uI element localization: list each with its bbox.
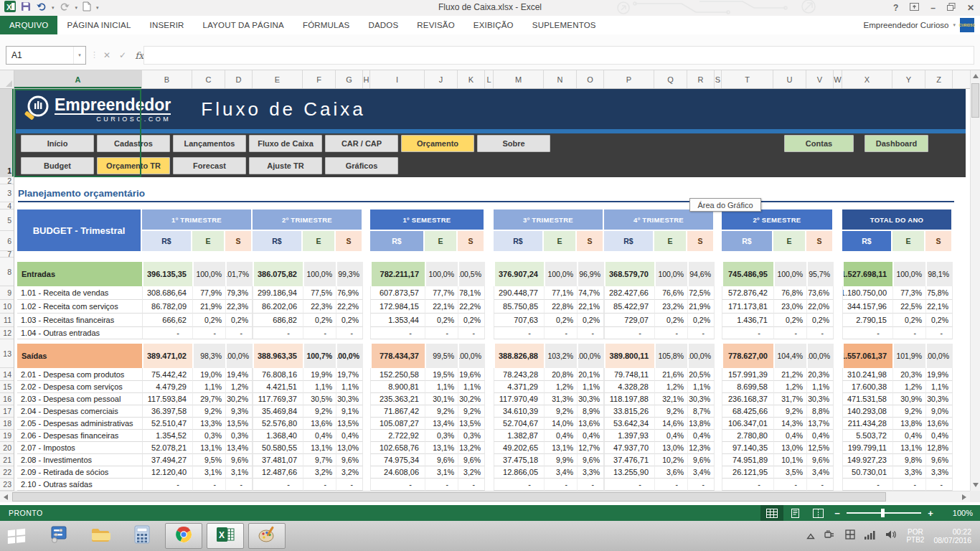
cell-s-pct[interactable]: 101,7% xyxy=(225,262,253,286)
nav-button-fluxo-de-caixa[interactable]: Fluxo de Caixa xyxy=(249,135,322,152)
cell-s-pct[interactable]: 12,7% xyxy=(577,442,604,454)
cell-e-pct[interactable]: - xyxy=(773,327,806,339)
cell-money[interactable]: 37.476,71 xyxy=(604,454,654,466)
cell-s-pct[interactable]: 22,1% xyxy=(577,300,604,314)
row-label[interactable]: 2.04 - Despesas comerciais xyxy=(17,405,142,418)
ribbon-tab-formulas[interactable]: FÓRMULAS xyxy=(293,16,359,34)
column-header-t[interactable]: T xyxy=(722,70,773,88)
volume-icon[interactable] xyxy=(885,529,897,542)
cell-money[interactable]: 17.600,38 xyxy=(842,381,892,393)
cell-money[interactable]: 782.211,17 xyxy=(370,262,425,286)
cell-s-pct[interactable]: 30,3% xyxy=(336,393,363,405)
cell-money[interactable]: 310.241,98 xyxy=(842,368,892,381)
cell-s-pct[interactable]: 19,9% xyxy=(925,368,953,381)
cell-s-pct[interactable]: 22,1% xyxy=(925,300,953,314)
nav-button-forecast[interactable]: Forecast xyxy=(173,157,246,174)
row-label[interactable]: 2.08 - Investimentos xyxy=(17,454,142,466)
cell-s-pct[interactable]: 9,2% xyxy=(458,405,485,418)
cell-s-pct[interactable]: 0,2% xyxy=(925,314,953,327)
cell-s-pct[interactable]: 94,6% xyxy=(687,262,715,286)
row-label[interactable]: 2.06 - Despesas financeiras xyxy=(17,430,142,442)
cell-s-pct[interactable]: 0,2% xyxy=(577,314,604,327)
nav-button-budget[interactable]: Budget xyxy=(21,157,94,174)
cell-e-pct[interactable]: 31,7% xyxy=(773,393,806,405)
cell-s-pct[interactable]: 8,7% xyxy=(687,405,715,418)
cell-money[interactable]: 778.434,37 xyxy=(370,344,425,368)
close-icon[interactable]: ✕ xyxy=(967,3,974,13)
cell-e-pct[interactable]: 21,6% xyxy=(654,368,687,381)
column-header-q[interactable]: Q xyxy=(654,70,687,88)
help-icon[interactable]: ? xyxy=(893,3,898,13)
cell-e-pct[interactable]: 9,9% xyxy=(544,454,577,466)
cell-money[interactable]: 308.686,64 xyxy=(142,286,192,300)
cell-money[interactable]: 5.503,72 xyxy=(842,430,892,442)
vertical-scroll-thumb[interactable] xyxy=(971,83,979,118)
ribbon-tab-exibicao[interactable]: EXIBIÇÃO xyxy=(464,16,523,34)
nav-button-orcamento[interactable]: Orçamento xyxy=(401,135,474,152)
cell-s-pct[interactable]: 9,1% xyxy=(336,405,363,418)
name-box[interactable]: A1 ▾ xyxy=(6,46,86,65)
cell-e-pct[interactable]: 1,1% xyxy=(303,381,336,393)
cell-e-pct[interactable]: 9,2% xyxy=(654,405,687,418)
normal-view-icon[interactable] xyxy=(760,505,783,521)
save-icon[interactable] xyxy=(21,1,31,14)
cell-money[interactable]: 572.876,42 xyxy=(722,286,773,300)
cell-s-pct[interactable]: 100,0% xyxy=(806,344,834,368)
cell-s-pct[interactable]: 8,9% xyxy=(577,405,604,418)
ribbon-tab-pagina-inicial[interactable]: PÁGINA INICIAL xyxy=(57,16,140,34)
cell-s-pct[interactable]: 3,2% xyxy=(458,466,485,479)
cell-money[interactable]: 211.434,28 xyxy=(842,418,892,430)
cell-money[interactable]: 1.382,87 xyxy=(494,430,544,442)
scroll-up-icon[interactable] xyxy=(971,70,980,82)
cell-e-pct[interactable]: 22,1% xyxy=(425,300,458,314)
nav-button-ajuste-tr[interactable]: Ajuste TR xyxy=(249,157,322,174)
column-header-o[interactable]: O xyxy=(577,70,604,88)
nav-button-lancamentos[interactable]: Lançamentos xyxy=(173,135,246,152)
cell-s-pct[interactable]: 75,8% xyxy=(925,286,953,300)
clock[interactable]: 00:22 08/07/2016 xyxy=(933,527,971,545)
cell-e-pct[interactable]: 9,7% xyxy=(303,454,336,466)
cell-money[interactable]: 2.780,80 xyxy=(722,430,773,442)
column-header-g[interactable]: G xyxy=(336,70,363,88)
cell-s-pct[interactable]: - xyxy=(806,479,834,491)
cell-money[interactable]: - xyxy=(370,327,425,339)
cell-money[interactable]: - xyxy=(722,327,773,339)
cell-e-pct[interactable]: 77,1% xyxy=(544,286,577,300)
cell-e-pct[interactable]: - xyxy=(192,479,225,491)
undo-icon[interactable] xyxy=(36,1,47,14)
nav-button-dashboard[interactable]: Dashboard xyxy=(864,135,928,152)
cell-money[interactable]: - xyxy=(142,479,192,491)
column-header-f[interactable]: F xyxy=(303,70,336,88)
scroll-right-icon[interactable] xyxy=(958,491,970,502)
cell-e-pct[interactable]: - xyxy=(425,327,458,339)
taskbar-app-paint[interactable] xyxy=(248,523,286,549)
row-header-21[interactable]: 21 xyxy=(0,454,14,466)
row-header-11[interactable]: 11 xyxy=(0,314,14,327)
cell-s-pct[interactable]: 100,0% xyxy=(225,344,253,368)
cell-e-pct[interactable]: 100,0% xyxy=(192,262,225,286)
cell-s-pct[interactable]: 13,0% xyxy=(336,442,363,454)
ribbon-display-options-icon[interactable] xyxy=(910,3,919,13)
cell-e-pct[interactable]: 100,0% xyxy=(773,262,806,286)
cell-s-pct[interactable]: 1,2% xyxy=(225,381,253,393)
row-header-4[interactable]: 4 xyxy=(0,202,14,209)
cell-s-pct[interactable]: 22,2% xyxy=(336,300,363,314)
cell-e-pct[interactable]: 0,4% xyxy=(892,430,925,442)
cell-money[interactable]: 86.202,06 xyxy=(253,300,303,314)
cell-e-pct[interactable]: 13,0% xyxy=(773,442,806,454)
cell-s-pct[interactable]: 22,3% xyxy=(225,300,253,314)
row-header-13[interactable]: 13 xyxy=(0,339,14,368)
cell-e-pct[interactable]: 76,8% xyxy=(773,286,806,300)
zoom-in-icon[interactable]: + xyxy=(923,508,938,519)
nav-button-contas[interactable]: Contas xyxy=(784,135,854,152)
cell-s-pct[interactable]: 9,6% xyxy=(225,454,253,466)
cell-s-pct[interactable]: 9,6% xyxy=(806,454,834,466)
cell-money[interactable]: 4.328,28 xyxy=(604,381,654,393)
undo-dropdown-icon[interactable]: ▾ xyxy=(52,5,55,11)
cell-e-pct[interactable]: - xyxy=(773,479,806,491)
cell-e-pct[interactable]: 3,4% xyxy=(544,466,577,479)
nav-button-graficos[interactable]: Gráficos xyxy=(325,157,398,174)
cell-s-pct[interactable]: 3,3% xyxy=(925,466,953,479)
row-header-12[interactable]: 12 xyxy=(0,327,14,339)
cell-s-pct[interactable]: 9,6% xyxy=(577,454,604,466)
